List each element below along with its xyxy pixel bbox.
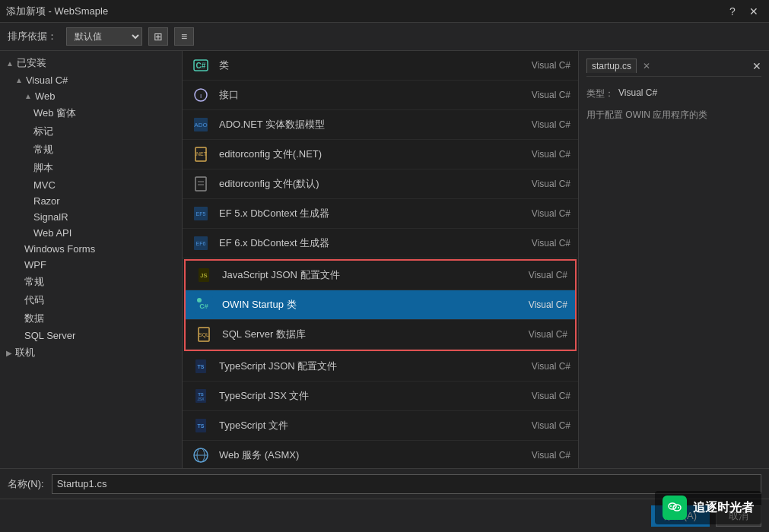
tree-item-markup[interactable]: 标记 <box>0 122 182 141</box>
tree-item-installed[interactable]: ▲ 已安装 <box>0 54 182 72</box>
grid-view-button[interactable]: ⊞ <box>148 27 168 46</box>
list-item[interactable]: editorconfig 文件(默认) Visual C# <box>183 169 578 199</box>
item-category: Visual C# <box>507 270 567 280</box>
list-item[interactable]: JS JavaScript JSON 配置文件 Visual C# <box>186 261 575 290</box>
list-item[interactable]: TS TypeScript 文件 Visual C# <box>183 411 578 441</box>
editorconfig-default-icon <box>190 173 211 195</box>
svg-text:C#: C# <box>196 62 206 70</box>
name-label: 名称(N): <box>8 477 44 491</box>
tree-item-webapi[interactable]: Web API <box>0 225 182 241</box>
action-row: 添加(A) 取消 <box>0 499 769 532</box>
tree-item-webforms[interactable]: Web 窗体 <box>0 104 182 122</box>
wechat-icon <box>663 496 687 520</box>
item-name: ADO.NET 实体数据模型 <box>219 118 502 131</box>
svg-point-36 <box>675 507 676 508</box>
close-button[interactable]: ✕ <box>745 2 763 21</box>
item-name: 接口 <box>219 88 502 102</box>
list-item[interactable]: TSJSX TypeScript JSX 文件 Visual C# <box>183 382 578 411</box>
tree-item-label: Web API <box>33 227 71 239</box>
tree-item-label: 数据 <box>24 312 44 325</box>
ts-json-icon: TS <box>190 356 211 377</box>
svg-text:EF6: EF6 <box>196 241 206 246</box>
sort-select[interactable]: 默认值 <box>66 27 142 46</box>
tree-item-general[interactable]: 常规 <box>0 273 182 291</box>
tree-item-label: 已安装 <box>17 56 46 70</box>
list-view-button[interactable]: ≡ <box>174 27 194 46</box>
tree-item-label: 脚本 <box>33 161 53 175</box>
item-name: EF 5.x DbContext 生成器 <box>219 207 502 220</box>
editorconfig-net-icon: .NET <box>190 144 211 165</box>
svg-text:ADO: ADO <box>194 122 207 128</box>
ef6-icon: EF6 <box>190 233 211 254</box>
svg-point-37 <box>678 507 679 508</box>
list-item[interactable]: I 接口 Visual C# <box>183 81 578 110</box>
right-info-panel: startup.cs ✕ ✕ 类型： Visual C# 用于配置 OWIN 应… <box>579 51 769 468</box>
tab-label: startup.cs <box>586 59 637 73</box>
item-name: TypeScript JSX 文件 <box>219 389 502 403</box>
item-category: Visual C# <box>510 391 570 401</box>
left-tree-panel: ▲ 已安装 ▲ Visual C# ▲ Web Web 窗体 标记 常规 脚本 <box>0 51 183 468</box>
item-category: Visual C# <box>510 149 570 160</box>
dialog-title: 添加新项 - WebSmaple <box>6 5 108 18</box>
ef5-icon: EF5 <box>190 203 211 224</box>
tree-item-signalr[interactable]: SignalR <box>0 209 182 225</box>
item-category: Visual C# <box>510 208 570 219</box>
panel-tab: startup.cs ✕ ✕ <box>586 59 761 77</box>
item-name: editorconfig 文件(.NET) <box>219 147 502 161</box>
svg-text:EF5: EF5 <box>196 211 206 217</box>
help-button[interactable]: ? <box>723 2 742 21</box>
tree-item-razor[interactable]: Razor <box>0 193 182 209</box>
tree-item-label: 常规 <box>33 143 53 157</box>
tree-item-wpf[interactable]: WPF <box>0 257 182 273</box>
list-item[interactable]: EF6 EF 6.x DbContext 生成器 Visual C# <box>183 229 578 258</box>
list-item[interactable]: ADO ADO.NET 实体数据模型 Visual C# <box>183 110 578 140</box>
tree-item-script[interactable]: 脚本 <box>0 159 182 177</box>
svg-text:TS: TS <box>198 364 205 369</box>
tree-item-label: 代码 <box>24 293 44 307</box>
tree-item-code[interactable]: 代码 <box>0 291 182 309</box>
tree-item-data[interactable]: 数据 <box>0 309 182 328</box>
list-item[interactable]: SQL SQL Server 数据库 Visual C# <box>186 320 575 350</box>
tree-item-sqlserver[interactable]: SQL Server <box>0 328 182 344</box>
list-item[interactable]: Web 服务 (ASMX) Visual C# <box>183 441 578 468</box>
owin-icon: C# <box>193 294 214 315</box>
item-category: Visual C# <box>510 361 570 372</box>
tree-item-web[interactable]: ▲ Web <box>0 88 182 104</box>
ts-jsx-icon: TSJSX <box>190 385 211 407</box>
tab-close-icon[interactable]: ✕ <box>643 61 650 71</box>
tree-item-common[interactable]: 常规 <box>0 141 182 159</box>
item-category: Visual C# <box>510 119 570 130</box>
wechat-text: 追逐时光者 <box>693 500 754 516</box>
red-border-group: JS JavaScript JSON 配置文件 Visual C# C# OWI… <box>184 259 577 351</box>
item-name: Web 服务 (ASMX) <box>219 448 502 462</box>
item-category: Visual C# <box>510 179 570 189</box>
expand-arrow: ▶ <box>6 349 12 357</box>
tree-item-visualcsharp[interactable]: ▲ Visual C# <box>0 72 182 88</box>
panel-close-button[interactable]: ✕ <box>752 60 761 72</box>
content-area: ▲ 已安装 ▲ Visual C# ▲ Web Web 窗体 标记 常规 脚本 <box>0 51 769 468</box>
interface-icon: I <box>190 84 211 106</box>
svg-text:JS: JS <box>200 272 207 279</box>
expand-arrow: ▲ <box>6 59 14 68</box>
svg-text:SQL: SQL <box>199 332 209 338</box>
list-item[interactable]: .NET editorconfig 文件(.NET) Visual C# <box>183 140 578 169</box>
name-input[interactable] <box>52 474 761 494</box>
svg-point-35 <box>673 505 675 507</box>
list-item-owin[interactable]: C# OWIN Startup 类 Visual C# <box>186 290 575 320</box>
js-json-icon: JS <box>193 264 214 286</box>
list-item[interactable]: EF5 EF 5.x DbContext 生成器 Visual C# <box>183 199 578 229</box>
class-icon: C# <box>190 55 211 76</box>
ts-file-icon: TS <box>190 415 211 436</box>
list-item[interactable]: TS TypeScript JSON 配置文件 Visual C# <box>183 352 578 382</box>
svg-point-19 <box>197 298 202 302</box>
tree-item-mvc[interactable]: MVC <box>0 177 182 193</box>
item-name: EF 6.x DbContext 生成器 <box>219 236 502 250</box>
item-name: JavaScript JSON 配置文件 <box>222 268 499 282</box>
item-category: Visual C# <box>510 450 570 461</box>
tree-item-label: 联机 <box>15 346 35 359</box>
item-name: editorconfig 文件(默认) <box>219 177 502 191</box>
tree-item-windowsforms[interactable]: Windows Forms <box>0 241 182 257</box>
main-dialog: 排序依据： 默认值 ⊞ ≡ ▲ 已安装 ▲ Visual C# ▲ Web <box>0 23 769 532</box>
list-item[interactable]: C# 类 Visual C# <box>183 51 578 81</box>
tree-item-online[interactable]: ▶ 联机 <box>0 344 182 362</box>
